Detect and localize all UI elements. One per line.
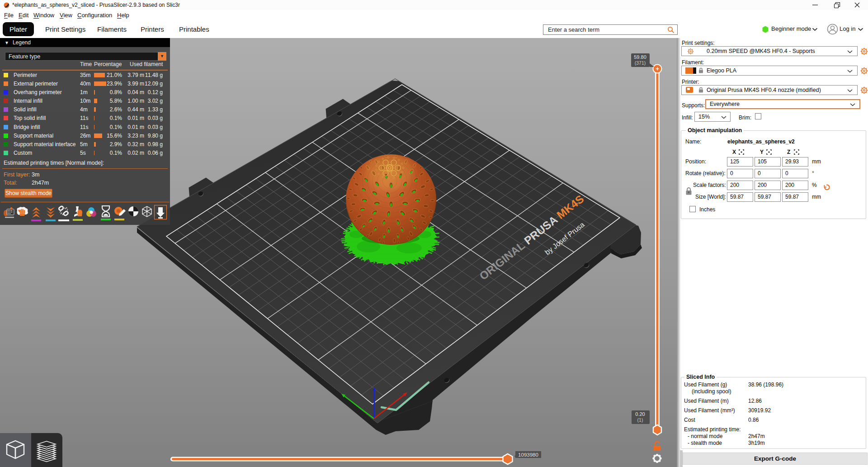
svg-text:(1): (1): [637, 417, 643, 423]
svg-text:0.20: 0.20: [635, 411, 645, 417]
svg-text:1093980: 1093980: [518, 452, 538, 457]
svg-text:59.80: 59.80: [634, 54, 646, 60]
svg-text:(371): (371): [635, 60, 646, 66]
